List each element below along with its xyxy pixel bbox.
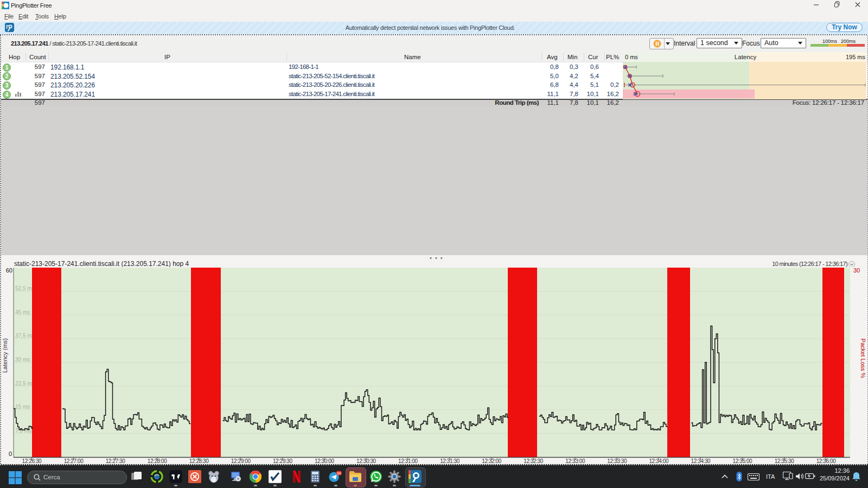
svg-text:12:35:00: 12:35:00 xyxy=(733,458,753,464)
svg-text:12:27:00: 12:27:00 xyxy=(64,458,84,464)
svg-text:30: 30 xyxy=(853,267,860,274)
svg-text:12:29:30: 12:29:30 xyxy=(273,458,293,464)
svg-text:12:34:00: 12:34:00 xyxy=(649,458,669,464)
svg-text:12:26:30: 12:26:30 xyxy=(22,458,42,464)
svg-text:0 ms: 0 ms xyxy=(625,54,638,60)
svg-text:12:32:00: 12:32:00 xyxy=(482,458,502,464)
svg-text:15 ms: 15 ms xyxy=(15,404,30,410)
svg-text:12:32:30: 12:32:30 xyxy=(524,458,544,464)
svg-text:60: 60 xyxy=(6,267,12,274)
svg-text:12:35:30: 12:35:30 xyxy=(775,458,795,464)
svg-text:12:29:00: 12:29:00 xyxy=(231,458,251,464)
svg-text:0: 0 xyxy=(9,451,12,457)
svg-text:37,5 ms: 37,5 ms xyxy=(15,333,35,339)
svg-text:12:36:00: 12:36:00 xyxy=(816,458,837,464)
svg-text:12:34:30: 12:34:30 xyxy=(691,458,711,464)
svg-text:12:33:00: 12:33:00 xyxy=(565,458,585,464)
svg-text:12:27:30: 12:27:30 xyxy=(106,458,126,464)
svg-text:12:30:00: 12:30:00 xyxy=(315,458,335,464)
svg-text:93: 93 xyxy=(337,472,341,475)
svg-text:Packet Loss %: Packet Loss % xyxy=(860,339,866,378)
svg-text:12:28:00: 12:28:00 xyxy=(148,458,168,464)
svg-text:Latency (ms): Latency (ms) xyxy=(2,338,8,373)
svg-text:22,5 ms: 22,5 ms xyxy=(15,381,35,386)
svg-text:45 ms: 45 ms xyxy=(15,309,30,315)
svg-text:12:31:00: 12:31:00 xyxy=(398,458,418,464)
svg-text:12:30:30: 12:30:30 xyxy=(356,458,376,464)
svg-text:30 ms: 30 ms xyxy=(15,357,30,363)
svg-text:52,5 ms: 52,5 ms xyxy=(15,286,35,291)
svg-text:Latency: Latency xyxy=(735,54,757,60)
svg-text:12:33:30: 12:33:30 xyxy=(607,458,627,464)
svg-text:12:31:30: 12:31:30 xyxy=(440,458,460,464)
svg-text:12:28:30: 12:28:30 xyxy=(189,458,209,464)
svg-text:195 ms: 195 ms xyxy=(846,54,866,60)
